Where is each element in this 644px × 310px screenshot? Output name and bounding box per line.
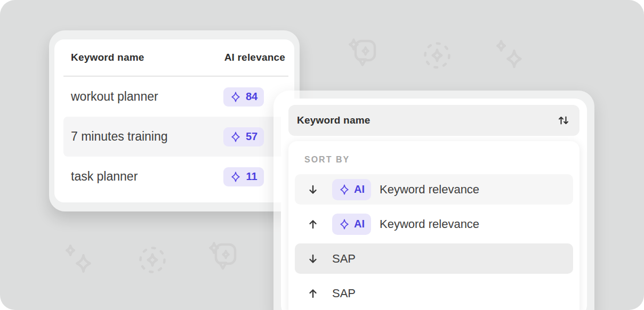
column-header-keyword-name: Keyword name [71, 52, 144, 63]
ai-relevance-badge: 11 [223, 167, 263, 186]
sort-option-label: SAP [332, 287, 356, 300]
sort-option-label: Keyword relevance [380, 183, 479, 197]
column-header-ai-relevance: AI relevance [224, 52, 285, 63]
ai-sparkle-icon [339, 184, 350, 195]
sort-option-relevance-asc[interactable]: AI Keyword relevance [295, 209, 573, 239]
ai-badge-label: AI [354, 183, 365, 195]
ai-badge: AI [332, 179, 371, 200]
keyword-table-card: Keyword name AI relevance workout planne… [49, 30, 300, 211]
arrow-up-icon [307, 218, 319, 231]
sort-option-sap-desc[interactable]: SAP [295, 243, 573, 274]
ai-sparkle-icon [339, 218, 350, 230]
sort-arrows-icon [557, 114, 570, 127]
sort-option-sap-asc[interactable]: SAP [295, 278, 573, 308]
sort-option-label: SAP [332, 252, 356, 266]
table-header: Keyword name AI relevance [63, 39, 288, 76]
ai-relevance-badge: 57 [223, 127, 264, 146]
table-row: task planner 11 [63, 157, 288, 197]
sort-option-label: Keyword relevance [380, 217, 479, 231]
arrow-down-icon [307, 183, 319, 196]
ai-sparkle-icon [230, 171, 241, 183]
table-row: workout planner 84 [63, 77, 288, 117]
sort-dropdown-card: Keyword name SORT BY AI Keyword relevanc… [273, 91, 594, 310]
arrow-down-icon [307, 252, 319, 265]
ai-relevance-badge: 84 [223, 87, 264, 107]
sparkle-dotted-ring-icon [138, 245, 167, 275]
promo-canvas: Keyword name AI relevance workout planne… [0, 0, 644, 310]
sort-header-label: Keyword name [297, 115, 371, 126]
relevance-score: 11 [246, 170, 257, 183]
arrow-up-icon [307, 287, 319, 300]
keyword-cell: workout planner [71, 89, 158, 104]
sort-option-relevance-desc[interactable]: AI Keyword relevance [295, 174, 573, 205]
double-sparkle-icon [64, 244, 94, 274]
ai-sparkle-icon [230, 131, 241, 143]
column-sort-control[interactable]: Keyword name [288, 105, 579, 136]
relevance-score: 84 [246, 91, 257, 103]
double-sparkle-icon [495, 39, 525, 69]
keyword-cell: 7 minutes training [71, 129, 168, 144]
sort-toggle-button[interactable] [557, 114, 570, 127]
table-row: 7 minutes training 57 [63, 117, 288, 157]
keyword-cell: task planner [71, 169, 138, 184]
sparkle-dotted-ring-icon [422, 40, 452, 70]
chat-sparkle-icon [208, 242, 238, 272]
chat-sparkle-icon [348, 38, 377, 68]
sort-by-label: SORT BY [304, 155, 573, 165]
ai-badge-label: AI [354, 218, 365, 230]
ai-badge: AI [332, 214, 371, 235]
ai-sparkle-icon [230, 91, 241, 103]
sort-dropdown-panel: SORT BY AI Keyword relevance [288, 141, 579, 310]
relevance-score: 57 [246, 130, 257, 143]
